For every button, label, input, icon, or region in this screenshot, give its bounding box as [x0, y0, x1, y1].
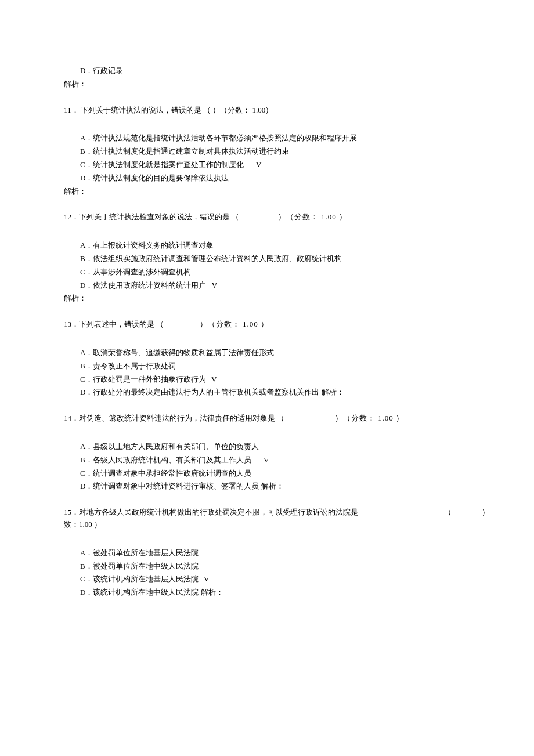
- option-c-text: C．该统计机构所在地基层人民法院: [80, 574, 199, 583]
- option-c: C．统计调查对象中承担经常性政府统计调查的人员: [64, 468, 470, 480]
- question-stem-pre: 13．下列表述中，错误的是 （: [64, 320, 164, 328]
- option-d: D．行政记录: [64, 65, 470, 77]
- option-a: A．统计执法规范化是指统计执法活动各环节都必须严格按照法定的权限和程序开展: [64, 132, 470, 144]
- blank-paren-left: （: [444, 507, 452, 519]
- question-14-options: A．县级以上地方人民政府和有关部门、单位的负责人 B．各级人民政府统计机构、有关…: [64, 441, 470, 493]
- analysis-label: 解析：: [64, 186, 470, 198]
- question-stem-post: ）（分数： 1.00 ）: [200, 320, 269, 328]
- correct-mark-icon: V: [211, 374, 217, 386]
- correct-mark-icon: V: [256, 159, 261, 171]
- analysis-label: 解析：: [64, 292, 470, 305]
- option-d: D．该统计机构所在地中级人民法院 解析：: [64, 587, 470, 599]
- question-11-options: A．统计执法规范化是指统计执法活动各环节都必须严格按照法定的权限和程序开展 B．…: [64, 132, 470, 197]
- option-b: B．各级人民政府统计机构、有关部门及其工作人员 V: [64, 454, 470, 466]
- question-12-options: A．有上报统计资料义务的统计调查对象 B．依法组织实施政府统计调查和管理公布统计…: [64, 240, 470, 305]
- option-b-text: B．各级人民政府统计机构、有关部门及其工作人员: [80, 455, 251, 464]
- question-15: 15．对地方各级人民政府统计机构做出的行政处罚决定不服，可以受理行政诉讼的法院是…: [64, 507, 470, 531]
- option-c: C．行政处罚是一种外部抽象行政行为 V: [64, 374, 470, 386]
- blank-paren-right: ）: [482, 507, 489, 519]
- option-b: B．统计执法制度化是指通过建章立制对具体执法活动进行约束: [64, 146, 470, 158]
- option-c: C．从事涉外调查的涉外调查机构: [64, 266, 470, 278]
- option-c-text: C．统计执法制度化就是指案件查处工作的制度化: [80, 160, 244, 169]
- option-a: A．有上报统计资料义务的统计调查对象: [64, 240, 470, 252]
- correct-mark-icon: V: [212, 280, 217, 292]
- option-d: D．依法使用政府统计资料的统计用户 V: [64, 280, 470, 292]
- question-15-options: A．被处罚单位所在地基层人民法院 B．被处罚单位所在地中级人民法院 C．该统计机…: [64, 547, 470, 599]
- question-stem-line1: 15．对地方各级人民政府统计机构做出的行政处罚决定不服，可以受理行政诉讼的法院是: [64, 508, 358, 516]
- question-10-partial: D．行政记录 解析：: [64, 65, 470, 91]
- analysis-label: 解析：: [64, 78, 470, 91]
- correct-mark-icon: V: [204, 573, 209, 585]
- question-14: 14．对伪造、篡改统计资料违法的行为，法律责任的适用对象是 （ ）（分数： 1.…: [64, 413, 470, 425]
- option-d: D．行政处分的最终决定由违法行为人的主管行政机关或者监察机关作出 解析：: [64, 386, 470, 399]
- question-stem-pre: 14．对伪造、篡改统计资料违法的行为，法律责任的适用对象是 （: [64, 414, 284, 422]
- option-c: C．该统计机构所在地基层人民法院 V: [64, 573, 470, 585]
- question-stem-post: ）（分数： 1.00 ）: [335, 414, 404, 422]
- question-13: 13．下列表述中，错误的是 （ ）（分数： 1.00 ）: [64, 319, 470, 331]
- question-12: 12．下列关于统计执法检查对象的说法，错误的是 （ ）（分数： 1.00 ）: [64, 211, 470, 223]
- question-stem-pre: 12．下列关于统计执法检查对象的说法，错误的是 （: [64, 212, 239, 221]
- question-11: 11． 下列关于统计执法的说法，错误的是 （ ）（分数： 1.00）: [64, 104, 470, 117]
- option-d-text: D．依法使用政府统计资料的统计用户: [80, 281, 206, 290]
- question-stem-post: ）（分数： 1.00 ）: [278, 212, 347, 221]
- option-a: A．取消荣誉称号、追缴获得的物质利益属于法律责任形式: [64, 347, 470, 359]
- correct-mark-icon: V: [264, 454, 269, 466]
- question-stem: 11． 下列关于统计执法的说法，错误的是 （ ）（分数： 1.00）: [64, 104, 470, 117]
- option-a: A．县级以上地方人民政府和有关部门、单位的负责人: [64, 441, 470, 453]
- option-b: B．被处罚单位所在地中级人民法院: [64, 560, 470, 573]
- option-b: B．依法组织实施政府统计调查和管理公布统计资料的人民政府、政府统计机构: [64, 253, 470, 265]
- question-stem-line1-wrap: 15．对地方各级人民政府统计机构做出的行政处罚决定不服，可以受理行政诉讼的法院是…: [64, 507, 470, 519]
- option-a: A．被处罚单位所在地基层人民法院: [64, 547, 470, 559]
- option-d: D．统计执法制度化的目的是要保障依法执法: [64, 172, 470, 185]
- option-c: C．统计执法制度化就是指案件查处工作的制度化 V: [64, 159, 470, 171]
- question-13-options: A．取消荣誉称号、追缴获得的物质利益属于法律责任形式 B．责令改正不属于行政处罚…: [64, 347, 470, 399]
- option-c-text: C．行政处罚是一种外部抽象行政行为: [80, 375, 206, 384]
- question-stem-line2: 数：1.00 ）: [64, 519, 470, 531]
- option-b: B．责令改正不属于行政处罚: [64, 360, 470, 372]
- option-d: D．统计调查对象中对统计资料进行审核、签署的人员 解析：: [64, 480, 470, 493]
